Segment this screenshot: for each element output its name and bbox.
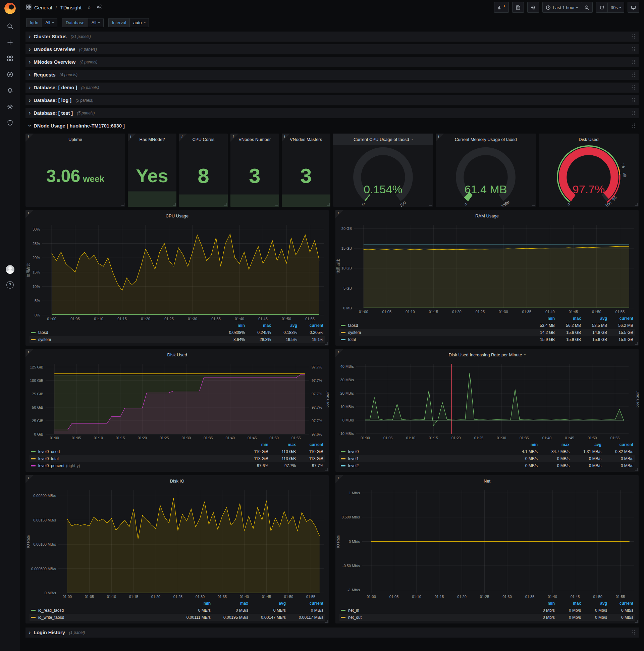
row-title[interactable]: MNodes Overview [34,59,75,65]
legend-series-label[interactable]: level0 [348,449,506,454]
search-icon[interactable] [7,23,13,30]
row-drag-handle-icon[interactable] [632,59,635,65]
row-title[interactable]: Database: [ log ] [34,98,71,103]
legend-column-header[interactable]: min [528,601,555,606]
chart-canvas[interactable]: 0%5%10%15%20%25%30%01:0001:0501:1001:150… [26,221,329,322]
legend-column-header[interactable]: current [607,601,633,606]
chart-canvas[interactable]: 0 GiB25 GiB50 GiB75 GiB100 GiB125 GiB97.… [26,361,329,441]
row-title[interactable]: Database: [ test ] [34,111,73,116]
add-icon[interactable] [7,39,13,45]
configuration-icon[interactable] [7,103,13,110]
panel-header[interactable]: Disk Used [539,133,639,145]
panel-title[interactable]: Disk Used [167,352,187,358]
panel-title[interactable]: CPU Usage [166,213,189,218]
star-icon[interactable]: ☆ [87,4,91,10]
alerting-icon[interactable] [7,87,13,94]
dashboard-row-header[interactable]: ›Database: [ demo ](5 panels) [26,83,639,93]
legend-column-header[interactable]: min [173,601,211,606]
panel-header[interactable]: Disk Used [26,349,329,361]
server-admin-icon[interactable] [7,120,13,126]
add-panel-button[interactable]: + [494,2,509,13]
panel-header[interactable]: CPU Usage [26,210,329,221]
legend-series-label[interactable]: system [348,330,528,335]
legend-column-header[interactable]: max [211,601,248,606]
row-drag-handle-icon[interactable] [632,98,635,103]
dashboard-row-header[interactable]: ›DNodes Overview(4 panels) [26,44,639,54]
variable-fqdn[interactable]: fqdn All› [26,18,57,27]
panel-header[interactable]: VNodes Masters [282,133,330,145]
legend-series-label[interactable]: taosd [38,330,219,335]
dashboard-row-header[interactable]: ›Login History(1 panel) [26,627,639,638]
chart-canvas[interactable]: -10 MB/s0 MB/s10 MB/s20 MB/s30 MB/s40 MB… [335,361,639,441]
save-dashboard-button[interactable] [512,2,524,13]
row-title[interactable]: DNode Usage [ huolinhe-TM1701:6030 ] [34,123,125,128]
dashboard-row-header[interactable]: ›Cluster Status(21 panels) [26,32,639,41]
legend-column-header[interactable]: max [538,442,570,447]
row-drag-handle-icon[interactable] [632,630,635,635]
panel-title[interactable]: Current Memory Usage of taosd [455,137,517,142]
zoom-out-button[interactable] [581,2,592,12]
row-drag-handle-icon[interactable] [632,85,635,90]
panel-title[interactable]: Net [484,478,490,484]
panel-header[interactable]: RAM Usage [335,210,639,221]
legend-series-label[interactable]: level0_percent(right-y) [38,463,241,468]
panel-header[interactable]: CPU Cores [179,133,228,145]
panel-header[interactable]: Disk Used Increasing Rate per Minute› [335,349,639,361]
panel-title[interactable]: CPU Cores [192,137,214,142]
dashboards-icon[interactable] [7,55,13,62]
panel-header[interactable]: Uptime [26,133,125,145]
row-title[interactable]: Database: [ demo ] [34,85,77,90]
panel-header[interactable]: Net [335,475,639,487]
grafana-logo-icon[interactable] [4,3,16,14]
panel-header[interactable]: VNodes Number [230,133,279,145]
chart-canvas[interactable]: 0 MB/s0.000500 MB/s0.00100 MB/s0.00150 M… [26,487,329,600]
row-drag-handle-icon[interactable] [632,72,635,78]
legend-series-label[interactable]: io_read_taosd [38,608,173,613]
breadcrumb-section[interactable]: General [34,5,52,10]
panel-title[interactable]: Disk Used [579,137,599,142]
dashboard-row-header[interactable]: ›Requests(4 panels) [26,70,639,80]
legend-column-header[interactable]: current [602,442,633,447]
variable-fqdn-value[interactable]: All› [41,18,57,27]
panel-title[interactable]: RAM Usage [475,213,499,218]
legend-series-label[interactable]: level2 [348,463,506,468]
variable-database[interactable]: Database All› [62,18,103,27]
variable-interval[interactable]: Interval auto› [108,18,149,27]
legend-column-header[interactable]: current [296,442,323,447]
legend-column-header[interactable]: max [268,442,296,447]
legend-column-header[interactable]: avg [570,442,602,447]
chart-canvas[interactable]: -1 Mb/s-0.50 Mb/s0 Mb/s0.500 Mb/s1 Mb/s0… [335,487,639,600]
legend-series-label[interactable]: level1 [348,456,506,461]
variable-interval-value[interactable]: auto› [129,18,149,27]
panel-title[interactable]: Disk IO [170,478,185,484]
user-avatar[interactable] [6,265,14,274]
dashboard-settings-button[interactable] [527,2,539,13]
legend-column-header[interactable]: current [297,323,323,328]
explore-icon[interactable] [7,71,13,78]
panel-header[interactable]: Current CPU Usage of taosd› [333,133,433,145]
chart-canvas[interactable]: 0 MB5 GB10 GB15 GB20 GB01:0001:0501:1001… [335,221,639,315]
help-icon[interactable]: ? [6,281,14,288]
row-title[interactable]: Cluster Status [34,34,66,39]
legend-column-header[interactable]: current [286,601,323,606]
dashboard-row-header[interactable]: ›DNode Usage [ huolinhe-TM1701:6030 ] [26,121,639,131]
panel-header[interactable]: Disk IO [26,475,329,487]
refresh-button[interactable] [597,2,607,12]
legend-column-header[interactable]: avg [271,323,297,328]
dashboard-row-header[interactable]: ›MNodes Overview(2 panels) [26,57,639,67]
legend-column-header[interactable]: current [607,316,633,321]
legend-series-label[interactable]: net_out [348,615,528,620]
time-range-button[interactable]: Last 1 hour› [543,2,581,12]
panel-title[interactable]: Current CPU Usage of taosd [354,137,409,142]
legend-column-header[interactable]: min [241,442,268,447]
legend-column-header[interactable]: max [555,601,581,606]
panel-header[interactable]: Has MNode? [128,133,176,145]
row-drag-handle-icon[interactable] [632,34,635,39]
legend-series-label[interactable]: io_write_taosd [38,615,173,620]
row-drag-handle-icon[interactable] [632,123,635,128]
panel-header[interactable]: Current Memory Usage of taosd [436,133,536,145]
panel-title[interactable]: Disk Used Increasing Rate per Minute [449,352,522,358]
panel-title[interactable]: Has MNode? [139,137,165,142]
legend-series-label[interactable]: level0_used [38,449,241,454]
legend-series-label[interactable]: total [348,337,528,342]
